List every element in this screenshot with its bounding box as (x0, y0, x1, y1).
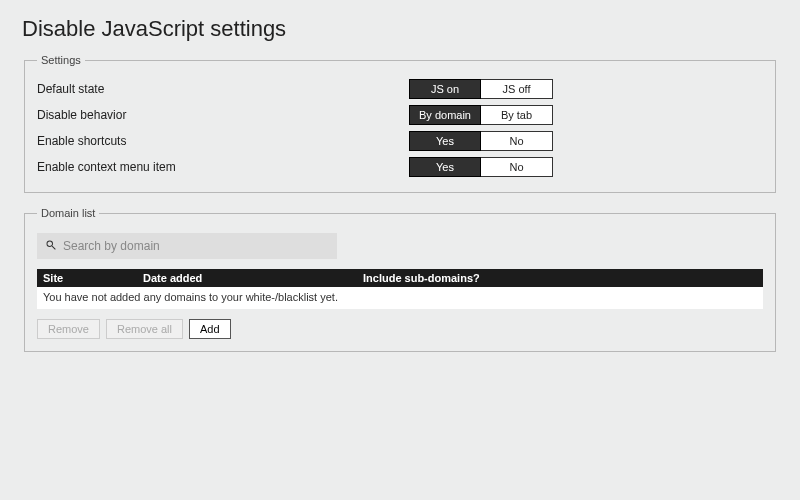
toggle-enable-shortcuts-no[interactable]: No (481, 131, 553, 151)
domain-list-legend: Domain list (37, 207, 99, 219)
row-enable-context-menu: Enable context menu item Yes No (37, 154, 763, 180)
table-body-empty: You have not added any domains to your w… (37, 287, 763, 309)
toggle-disable-behavior-domain[interactable]: By domain (409, 105, 481, 125)
toggle-enable-context-menu-no[interactable]: No (481, 157, 553, 177)
col-date: Date added (143, 272, 363, 284)
search-wrap (37, 233, 337, 259)
page-title: Disable JavaScript settings (22, 16, 782, 42)
label-enable-shortcuts: Enable shortcuts (37, 134, 126, 148)
toggle-enable-context-menu-yes[interactable]: Yes (409, 157, 481, 177)
table-header: Site Date added Include sub-domains? (37, 269, 763, 287)
domain-buttons: Remove Remove all Add (37, 319, 763, 339)
label-disable-behavior: Disable behavior (37, 108, 126, 122)
row-enable-shortcuts: Enable shortcuts Yes No (37, 128, 763, 154)
settings-legend: Settings (37, 54, 85, 66)
domain-list-group: Domain list Site Date added Include sub-… (24, 207, 776, 352)
toggle-disable-behavior: By domain By tab (409, 105, 553, 125)
toggle-default-state: JS on JS off (409, 79, 553, 99)
remove-all-button[interactable]: Remove all (106, 319, 183, 339)
toggle-enable-context-menu: Yes No (409, 157, 553, 177)
remove-button[interactable]: Remove (37, 319, 100, 339)
label-enable-context-menu: Enable context menu item (37, 160, 176, 174)
search-icon (45, 237, 63, 255)
row-disable-behavior: Disable behavior By domain By tab (37, 102, 763, 128)
col-subdomains: Include sub-domains? (363, 272, 757, 284)
row-default-state: Default state JS on JS off (37, 76, 763, 102)
settings-group: Settings Default state JS on JS off Disa… (24, 54, 776, 193)
toggle-default-state-on[interactable]: JS on (409, 79, 481, 99)
add-button[interactable]: Add (189, 319, 231, 339)
label-default-state: Default state (37, 82, 104, 96)
domain-table: Site Date added Include sub-domains? You… (37, 269, 763, 309)
search-input[interactable] (63, 239, 329, 253)
toggle-default-state-off[interactable]: JS off (481, 79, 553, 99)
toggle-enable-shortcuts-yes[interactable]: Yes (409, 131, 481, 151)
toggle-enable-shortcuts: Yes No (409, 131, 553, 151)
toggle-disable-behavior-tab[interactable]: By tab (481, 105, 553, 125)
col-site: Site (43, 272, 143, 284)
